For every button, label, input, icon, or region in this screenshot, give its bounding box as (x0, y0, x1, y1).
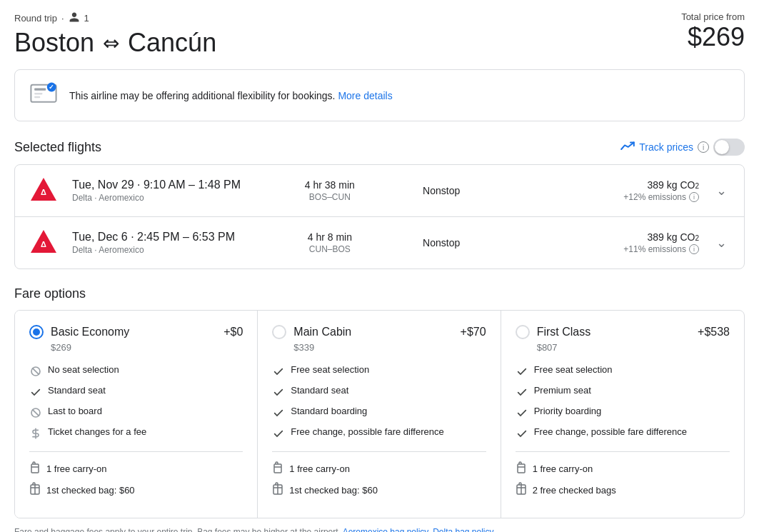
radio-inner (33, 328, 40, 336)
baggage-item: 1st checked bag: $60 (29, 482, 243, 498)
feature-text: Free change, possible fare difference (291, 426, 443, 437)
track-prices-container: Track prices i (620, 139, 745, 156)
fare-card-main-cabin[interactable]: Main Cabin +$70 $339 Free seat selection… (258, 311, 501, 518)
track-prices-toggle[interactable] (713, 139, 745, 156)
total-price: $269 (681, 22, 745, 52)
flight-emissions: 389 kg CO2 +11% emissions i (504, 231, 699, 254)
fare-divider (272, 451, 486, 452)
flight-time: Tue, Nov 29 · 9:10 AM – 1:48 PM (72, 179, 267, 191)
fare-baggage: 1 free carry-on 2 free checked bags (516, 461, 730, 498)
emissions-info-icon[interactable]: i (689, 244, 699, 254)
fare-header: Main Cabin +$70 (272, 325, 486, 339)
flight-times: 9:10 AM – 1:48 PM (144, 179, 241, 191)
notification-icon: ✓ (29, 81, 58, 109)
flight-dot: · (131, 231, 137, 243)
fare-feature: Ticket changes for a fee (29, 426, 243, 440)
feature-text: Priority boarding (534, 406, 602, 416)
fare-radio-main-cabin[interactable] (272, 325, 286, 339)
svg-rect-3 (34, 96, 40, 98)
check-icon (29, 386, 42, 398)
dollar-icon (29, 427, 42, 440)
track-prices-info-icon[interactable]: i (698, 141, 709, 153)
svg-rect-2 (34, 93, 42, 94)
baggage-item: 1 free carry-on (516, 461, 730, 476)
emissions-sub: +11% emissions i (504, 244, 699, 254)
header-left: Round trip · 1 Boston ⇔ Cancún (14, 11, 216, 58)
baggage-item: 2 free checked bags (516, 482, 730, 498)
feature-text: Standard boarding (291, 406, 367, 416)
fare-feature: Free seat selection (272, 364, 486, 378)
feature-text: Premium seat (534, 385, 591, 396)
fare-feature: Free seat selection (516, 364, 730, 378)
notification-link[interactable]: More details (338, 90, 392, 101)
check-icon (516, 427, 528, 440)
feature-text: Free seat selection (291, 364, 369, 375)
footer-note: Fare and baggage fees apply to your enti… (14, 527, 745, 532)
flight-stops: Nonstop (393, 185, 490, 196)
flight-stops: Nonstop (393, 237, 490, 249)
check-icon (272, 365, 285, 378)
svg-rect-21 (518, 464, 525, 473)
baggage-text: 1st checked bag: $60 (46, 485, 135, 496)
fare-card-first-class[interactable]: First Class +$538 $807 Free seat selecti… (501, 311, 744, 518)
notification-banner: ✓ This airline may be offering additiona… (14, 69, 745, 121)
route-display: Boston ⇔ Cancún (14, 28, 216, 58)
checked-bag-icon (272, 482, 283, 498)
flight-duration: 4 hr 8 min CUN–BOS (281, 231, 378, 254)
airline-logo: Δ (29, 176, 58, 205)
route-from: Boston (14, 28, 94, 58)
duration-time: 4 hr 8 min (281, 231, 378, 243)
fare-divider (29, 451, 243, 452)
fare-radio-basic-economy[interactable] (29, 325, 44, 339)
flight-emissions: 389 kg CO2 +12% emissions i (504, 179, 699, 202)
fare-features: Free seat selection Standard seat Standa… (272, 364, 486, 440)
emissions-info-icon[interactable]: i (689, 192, 699, 202)
fare-header: First Class +$538 (516, 325, 730, 339)
flight-row: Δ Tue, Nov 29 · 9:10 AM – 1:48 PM Delta … (15, 165, 744, 217)
track-prices-label[interactable]: Track prices (639, 141, 693, 153)
total-label: Total price from (681, 11, 745, 22)
fare-baggage: 1 free carry-on 1st checked bag: $60 (29, 461, 243, 498)
fare-name-group: First Class (516, 325, 591, 339)
baggage-text: 1st checked bag: $60 (289, 485, 378, 496)
fare-name-group: Basic Economy (29, 325, 129, 339)
fare-price-add: +$70 (461, 326, 486, 338)
flight-expand-button[interactable]: ⌄ (713, 232, 730, 254)
fare-cards-container: Basic Economy +$0 $269 No seat selection… (14, 310, 745, 518)
fare-base-price: $339 (293, 342, 486, 353)
notification-text: This airline may be offering additional … (69, 90, 393, 101)
flight-date: Tue, Dec 6 (72, 231, 128, 243)
flight-expand-button[interactable]: ⌄ (713, 180, 730, 201)
flight-dot: · (137, 179, 144, 191)
emissions-amount: 389 kg CO2 (504, 179, 699, 191)
svg-rect-1 (34, 89, 46, 91)
check-icon (516, 406, 528, 419)
trip-meta: Round trip · 1 (14, 11, 216, 25)
fare-card-basic-economy[interactable]: Basic Economy +$0 $269 No seat selection… (15, 311, 258, 518)
checked-bag-icon (516, 482, 527, 498)
fare-feature: Priority boarding (516, 406, 730, 419)
duration-route: CUN–BOS (281, 244, 378, 254)
fare-base-price: $807 (537, 342, 730, 353)
flights-container: Δ Tue, Nov 29 · 9:10 AM – 1:48 PM Delta … (14, 164, 745, 269)
fare-feature: Standard boarding (272, 406, 486, 419)
flight-time-info: Tue, Dec 6 · 2:45 PM – 6:53 PM Delta · A… (72, 231, 267, 255)
notification-message: This airline may be offering additional … (69, 90, 336, 101)
check-icon (272, 406, 285, 419)
fare-name: Basic Economy (51, 326, 129, 338)
emissions-sub: +12% emissions i (504, 192, 699, 202)
fare-price-add: +$0 (223, 326, 243, 338)
fare-options-section: Fare options Basic Economy +$0 $269 (14, 286, 745, 518)
fare-radio-first-class[interactable] (516, 325, 530, 339)
check-icon (516, 386, 528, 398)
selected-flights-title: Selected flights (14, 140, 101, 155)
passenger-count: 1 (84, 13, 89, 24)
flight-date: Tue, Nov 29 (72, 179, 134, 191)
fare-feature: Free change, possible fare difference (272, 426, 486, 440)
fare-baggage: 1 free carry-on 1st checked bag: $60 (272, 461, 486, 498)
aeromexico-bag-policy-link[interactable]: Aeromexico bag policy (343, 527, 428, 532)
delta-bag-policy-link[interactable]: Delta bag policy (433, 527, 493, 532)
fare-feature: No seat selection (29, 364, 243, 378)
block-icon (29, 365, 42, 378)
duration-route: BOS–CUN (281, 192, 378, 202)
